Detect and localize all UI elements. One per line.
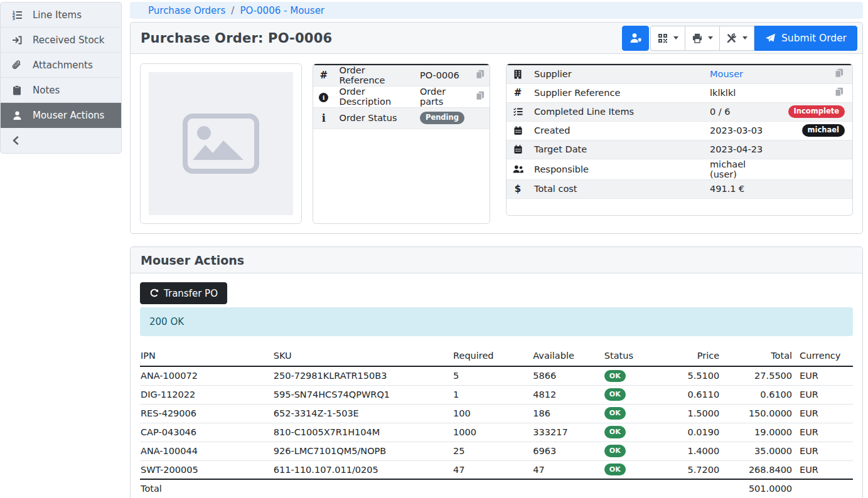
copy-button[interactable] bbox=[835, 87, 844, 97]
admin-button[interactable] bbox=[622, 26, 649, 51]
chevron-down-icon bbox=[708, 36, 713, 40]
clipboard-icon bbox=[10, 85, 24, 95]
svg-text:3: 3 bbox=[12, 16, 15, 19]
order-image-placeholder[interactable] bbox=[149, 72, 293, 215]
cell-available: 333217 bbox=[529, 423, 601, 442]
column-header: SKU bbox=[270, 346, 449, 366]
table-row: Target Date 2023-04-23 bbox=[506, 140, 852, 159]
panel-title: Mouser Actions bbox=[141, 253, 244, 267]
copy-button[interactable] bbox=[476, 91, 485, 100]
cell-required: 1000 bbox=[449, 423, 529, 442]
detail-label: Total cost bbox=[529, 179, 705, 198]
cell-sku: 250-72981KLRATR150B3 bbox=[270, 366, 449, 385]
chevron-down-icon bbox=[742, 36, 747, 40]
user-shield-icon bbox=[630, 33, 641, 43]
column-header: Total bbox=[723, 346, 796, 366]
transfer-po-button[interactable]: Transfer PO bbox=[140, 282, 227, 304]
cell-required: 100 bbox=[449, 404, 529, 423]
print-actions-button[interactable] bbox=[685, 26, 720, 51]
copy-button[interactable] bbox=[476, 70, 485, 79]
cell-available: 186 bbox=[529, 404, 601, 423]
building-icon bbox=[512, 70, 524, 79]
cell-currency: EUR bbox=[796, 385, 853, 404]
cell-ipn: RES-429006 bbox=[140, 404, 270, 423]
table-row: CAP-043046 810-C1005X7R1H104M 1000 33321… bbox=[140, 423, 853, 442]
sidebar-item-notes[interactable]: Notes bbox=[1, 78, 121, 103]
breadcrumb-link-purchase-orders[interactable]: Purchase Orders bbox=[148, 5, 225, 16]
sidebar-item-line-items[interactable]: 123 Line Items bbox=[1, 3, 121, 28]
breadcrumb-link-po[interactable]: PO-0006 - Mouser bbox=[240, 5, 324, 16]
table-row: Supplier Mouser bbox=[506, 65, 852, 83]
page-title: Purchase Order: PO-0006 bbox=[141, 31, 332, 46]
cell-total: 19.0000 bbox=[723, 423, 796, 442]
cell-ipn: ANA-100044 bbox=[140, 442, 270, 460]
response-alert: 200 OK bbox=[140, 307, 853, 336]
sidebar-item-mouser-actions[interactable]: Mouser Actions bbox=[1, 103, 121, 128]
supplier-details-table: Supplier Mouser # Supplier Reference lkl… bbox=[506, 64, 852, 199]
info-icon: i bbox=[322, 112, 326, 124]
table-row: DIG-112022 595-SN74HCS74QPWRQ1 1 4812 OK… bbox=[140, 385, 853, 404]
detail-label: Responsible bbox=[529, 159, 705, 179]
supplier-link[interactable]: Mouser bbox=[710, 69, 743, 79]
sidebar-item-attachments[interactable]: Attachments bbox=[1, 53, 121, 78]
purchase-order-header: Purchase Order: PO-0006 bbox=[131, 23, 862, 54]
sidebar-collapse-button[interactable] bbox=[1, 128, 121, 153]
sidebar-item-label: Received Stock bbox=[33, 34, 105, 46]
tools-icon bbox=[726, 33, 737, 43]
column-header: Available bbox=[529, 346, 601, 366]
calendar-icon bbox=[512, 126, 524, 135]
cell-price: 1.5000 bbox=[665, 404, 723, 423]
detail-label: Target Date bbox=[529, 140, 705, 159]
detail-value: PO-0006 bbox=[415, 65, 469, 86]
submit-order-label: Submit Order bbox=[781, 33, 847, 44]
sidebar-item-label: Attachments bbox=[33, 60, 93, 71]
redo-icon bbox=[149, 289, 159, 298]
barcode-actions-button[interactable] bbox=[650, 26, 685, 51]
list-ol-icon: 123 bbox=[10, 10, 24, 20]
user-icon bbox=[10, 110, 24, 120]
breadcrumb-separator: / bbox=[231, 5, 234, 16]
detail-label: Order Description bbox=[335, 86, 415, 107]
cell-available: 6963 bbox=[529, 442, 601, 460]
cell-total: 150.0000 bbox=[723, 404, 796, 423]
cell-sku: 652-3314Z-1-503E bbox=[270, 404, 449, 423]
purchase-order-body: # Order Reference PO-0006 i Order Descri… bbox=[131, 54, 862, 233]
empty-row bbox=[506, 199, 852, 215]
paperclip-icon bbox=[10, 60, 24, 70]
cell-currency: EUR bbox=[796, 442, 853, 460]
cell-price: 0.0190 bbox=[665, 423, 723, 442]
order-options-button[interactable] bbox=[719, 26, 754, 51]
column-header: IPN bbox=[140, 346, 270, 366]
detail-label: Created bbox=[529, 121, 705, 140]
alert-text: 200 OK bbox=[149, 316, 184, 327]
cell-price: 1.4000 bbox=[665, 442, 723, 460]
mouser-actions-header: Mouser Actions bbox=[131, 247, 862, 273]
column-header: Currency bbox=[796, 346, 853, 366]
submit-order-button[interactable]: Submit Order bbox=[754, 26, 857, 51]
copy-button[interactable] bbox=[835, 68, 844, 78]
cell-required: 5 bbox=[449, 366, 529, 385]
printer-icon bbox=[692, 33, 702, 43]
table-total-row: Total 501.0000 bbox=[140, 479, 853, 498]
table-row: Responsible michael (user) bbox=[506, 159, 852, 179]
cell-total: 0.6100 bbox=[723, 385, 796, 404]
detail-label: Completed Line Items bbox=[529, 102, 705, 121]
cell-available: 5866 bbox=[529, 366, 601, 385]
detail-label: Order Status bbox=[335, 107, 415, 129]
cell-total: 35.0000 bbox=[723, 442, 796, 460]
ok-badge: OK bbox=[604, 388, 626, 400]
cell-currency: EUR bbox=[796, 366, 853, 385]
table-row: # Supplier Reference lklklkl bbox=[506, 83, 852, 102]
column-header: Price bbox=[665, 346, 723, 366]
table-row: i Order Status Pending bbox=[313, 107, 490, 129]
transfer-po-label: Transfer PO bbox=[164, 288, 218, 299]
status-badge: Pending bbox=[420, 112, 464, 124]
detail-value: Order parts bbox=[415, 86, 469, 107]
table-row: # Order Reference PO-0006 bbox=[313, 65, 490, 86]
sign-in-icon bbox=[10, 35, 24, 45]
cell-ipn: SWT-200005 bbox=[140, 460, 270, 479]
detail-value: 0 / 6 bbox=[705, 102, 777, 121]
toolbar-button-group bbox=[650, 26, 754, 51]
mouser-actions-body: Transfer PO 200 OK IPN SKU Required Avai… bbox=[131, 273, 862, 498]
sidebar-item-received-stock[interactable]: Received Stock bbox=[1, 28, 121, 53]
